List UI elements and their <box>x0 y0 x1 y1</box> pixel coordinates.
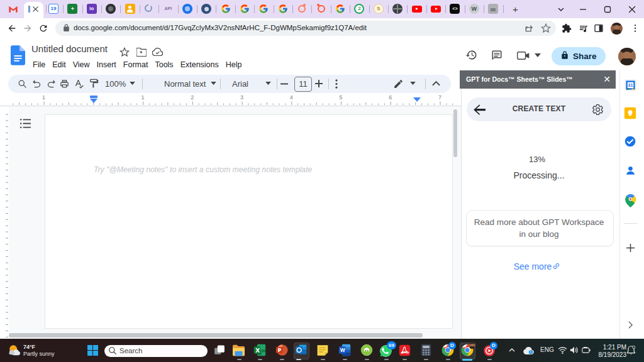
svg-text:31: 31 <box>628 83 633 88</box>
